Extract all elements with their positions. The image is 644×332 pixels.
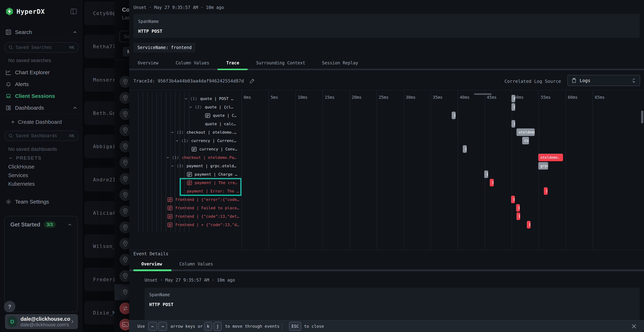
trace-span-row[interactable]: currency | Conv…: [192, 145, 241, 153]
log-event-icon: [167, 214, 173, 219]
session-map-button[interactable]: Map: [123, 47, 129, 56]
span-duration-bar[interactable]: [516, 204, 520, 212]
preset-link-services[interactable]: Services: [8, 172, 28, 178]
session-event-row[interactable]: [114, 155, 129, 171]
session-list-item[interactable]: Retha77@: [84, 35, 120, 58]
timeline-tick-label: 5ms: [271, 95, 278, 100]
saved-dashboards-input[interactable]: Saved Dashboards ⌘K: [4, 130, 79, 141]
session-search-input[interactable]: Search: [120, 31, 129, 42]
trace-span-row[interactable]: (1) checkout | oteldemo.…: [170, 128, 241, 136]
chevron-down-icon[interactable]: [189, 105, 195, 109]
sidebar-item-search[interactable]: Search: [0, 28, 82, 37]
preset-link-kubernetes[interactable]: Kubernetes: [8, 181, 35, 187]
trace-span-row[interactable]: (1) checkout | oteldemo.Pa…: [166, 153, 241, 162]
help-button[interactable]: ?: [4, 301, 16, 312]
trace-span-row[interactable]: quote | C…: [205, 111, 241, 120]
trace-span-row[interactable]: quote | calc…: [205, 120, 241, 128]
session-event-row[interactable]: [114, 220, 129, 236]
trace-span-row[interactable]: frontend | {"code":13,"det…: [167, 212, 241, 220]
tab-session-replay[interactable]: Session Replay: [322, 60, 358, 66]
span-duration-bar[interactable]: [544, 187, 548, 195]
log-source-select[interactable]: Logs: [568, 75, 640, 86]
tab-overview[interactable]: Overview: [138, 60, 158, 66]
span-duration-bar[interactable]: [452, 112, 456, 119]
session-event-row[interactable]: [114, 203, 129, 219]
trace-span-row[interactable]: frontend | Failed to place…: [167, 204, 241, 212]
sidebar-item-chart-explorer[interactable]: Chart Explorer: [0, 68, 82, 77]
close-icon[interactable]: [631, 323, 637, 330]
span-duration-bar[interactable]: oteldemo.: [538, 154, 563, 161]
session-list-item[interactable]: Dixie_Mc: [84, 301, 120, 324]
session-event-row[interactable]: [114, 138, 129, 154]
chevron-down-icon[interactable]: [170, 164, 176, 168]
chevron-up-icon[interactable]: [72, 30, 78, 35]
chevron-down-icon[interactable]: [175, 139, 181, 143]
span-duration-bar[interactable]: [512, 120, 515, 128]
session-event-row[interactable]: [114, 236, 129, 252]
session-event-row[interactable]: [114, 252, 129, 268]
session-event-row[interactable]: [114, 300, 129, 316]
event-details-tab-column-values[interactable]: Column Values: [180, 262, 213, 266]
span-duration-bar[interactable]: [490, 179, 494, 186]
session-event-row[interactable]: [114, 268, 129, 284]
session-event-row[interactable]: [114, 284, 129, 300]
session-list-item[interactable]: Abbigail: [84, 134, 120, 158]
span-duration-bar[interactable]: [512, 95, 515, 102]
span-duration-bar[interactable]: Conv: [522, 137, 529, 144]
span-duration-bar[interactable]: grpc: [538, 162, 548, 170]
edit-icon[interactable]: [249, 78, 255, 84]
session-event-row[interactable]: [114, 171, 129, 187]
span-duration-bar[interactable]: [516, 212, 520, 220]
create-dashboard-button[interactable]: Create Dashboard: [0, 117, 82, 127]
chevron-down-icon[interactable]: [184, 97, 190, 101]
trace-span-row[interactable]: (2) quote | {cl…: [189, 103, 241, 111]
session-event-row[interactable]: [114, 90, 129, 106]
session-list-item[interactable]: Beth.Gol: [84, 101, 120, 125]
trace-span-row[interactable]: payment | Charge …: [187, 170, 241, 178]
timeline-tick-label: 55ms: [541, 95, 550, 100]
tab-trace[interactable]: Trace: [226, 60, 239, 66]
sidebar-item-alerts[interactable]: Alerts: [0, 80, 82, 89]
chevron-up-icon[interactable]: [67, 222, 72, 227]
span-duration-bar[interactable]: [484, 170, 488, 178]
tab-column-values[interactable]: Column Values: [176, 60, 209, 66]
chevron-down-icon[interactable]: [166, 156, 172, 160]
saved-searches-input[interactable]: Saved Searches ⌘K: [4, 42, 79, 52]
session-list-item[interactable]: Frederic: [84, 268, 120, 291]
trace-span-row[interactable]: (1) currency | Currenc…: [175, 136, 241, 145]
session-event-row[interactable]: [114, 122, 129, 138]
horizontal-scrollbar-thumb[interactable]: [474, 94, 492, 95]
session-list-item[interactable]: Wilson_H: [84, 234, 120, 258]
footer-move-text: to move through events: [225, 320, 280, 332]
span-duration-bar[interactable]: [512, 103, 515, 111]
session-list-item[interactable]: Coty60@g: [84, 2, 120, 25]
span-duration-bar[interactable]: [527, 221, 530, 228]
presets-header[interactable]: PRESETS: [8, 155, 42, 161]
tab-surrounding-context[interactable]: Surrounding Context: [256, 60, 305, 66]
sidebar-item-dashboards[interactable]: Dashboards: [0, 103, 82, 112]
vertical-scrollbar-thumb[interactable]: [641, 110, 643, 124]
trace-span-row[interactable]: (1) quote | POST …: [184, 94, 241, 103]
collapse-sidebar-icon[interactable]: [70, 8, 78, 15]
trace-span-row[interactable]: (3) payment | grpc.oteld…: [170, 162, 241, 170]
session-event-row[interactable]: [114, 187, 129, 203]
chevron-up-icon[interactable]: [72, 105, 78, 110]
trace-span-row[interactable]: frontend | {"error":{"code…: [167, 195, 241, 204]
session-event-row[interactable]: [114, 106, 129, 122]
user-account-button[interactable]: D dale@clickhouse.com dale@clickhouse.co…: [5, 314, 78, 329]
trace-span-row[interactable]: frontend | × {"code":13,"d…: [167, 220, 241, 229]
sidebar-item-team-settings[interactable]: Team Settings: [0, 197, 82, 206]
session-list-item[interactable]: Alicia42: [84, 201, 120, 225]
chevron-down-icon[interactable]: [170, 130, 176, 134]
span-duration-bar[interactable]: [511, 196, 515, 203]
service-name-chip[interactable]: ServiceName: frontend: [134, 42, 196, 52]
event-details-tab-overview[interactable]: Overview: [141, 262, 162, 266]
session-event-row[interactable]: [114, 74, 129, 90]
session-event-row[interactable]: [114, 316, 129, 332]
sidebar-item-client-sessions[interactable]: Client Sessions: [0, 92, 82, 101]
session-list-item[interactable]: Andre21@: [84, 168, 120, 192]
span-duration-bar[interactable]: [463, 145, 467, 153]
span-duration-bar[interactable]: oteldemo.: [516, 128, 535, 136]
session-list-item[interactable]: Monserra: [84, 68, 120, 92]
preset-link-clickhouse[interactable]: ClickHouse: [8, 164, 34, 170]
